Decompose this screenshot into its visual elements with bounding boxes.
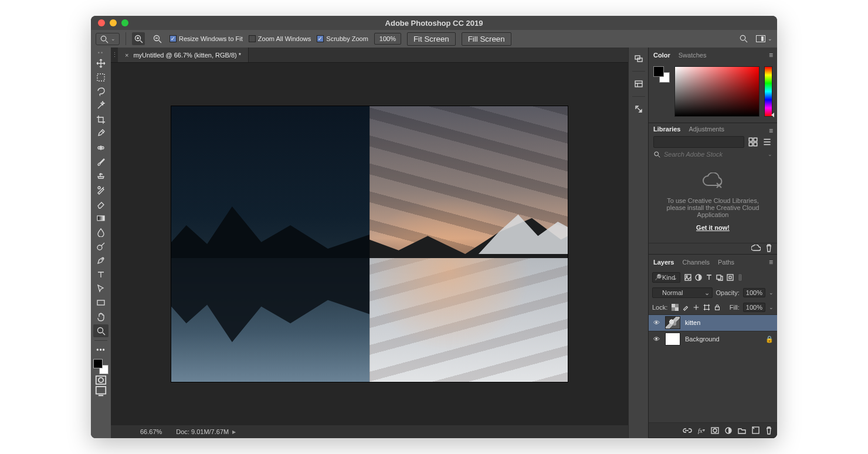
zoom-window-button[interactable]: [121, 19, 128, 26]
visibility-toggle-icon[interactable]: 👁: [652, 319, 660, 326]
tab-layers[interactable]: Layers: [653, 259, 674, 266]
panel-menu-icon[interactable]: ≡: [769, 127, 774, 135]
history-panel-icon[interactable]: [631, 51, 646, 66]
pen-tool[interactable]: [93, 254, 108, 267]
cloud-sync-icon[interactable]: [751, 245, 761, 253]
get-it-now-link[interactable]: Get it now!: [696, 224, 730, 231]
crop-tool[interactable]: [93, 113, 108, 126]
blur-tool[interactable]: [93, 226, 108, 239]
scrubby-zoom-checkbox[interactable]: ✓Scrubby Zoom: [317, 35, 368, 42]
zoom-all-windows-checkbox[interactable]: Zoom All Windows: [249, 35, 311, 42]
delete-layer-icon[interactable]: [765, 426, 772, 435]
minimize-window-button[interactable]: [110, 19, 117, 26]
chevron-down-icon[interactable]: ⌄: [768, 151, 772, 157]
hue-slider[interactable]: [764, 66, 772, 117]
layer-name[interactable]: kitten: [685, 319, 700, 326]
foreground-background-colors[interactable]: [93, 359, 108, 374]
type-tool[interactable]: [93, 268, 108, 281]
new-layer-icon[interactable]: [752, 426, 760, 434]
layer-row[interactable]: 👁 Background 🔒: [649, 331, 777, 347]
fill-screen-button[interactable]: Fill Screen: [462, 32, 511, 46]
filter-adjustment-icon[interactable]: [694, 273, 703, 282]
eraser-tool[interactable]: [93, 198, 108, 211]
character-panel-icon[interactable]: [631, 101, 646, 117]
color-field[interactable]: [674, 66, 760, 117]
tab-grip[interactable]: ⋮: [111, 48, 118, 62]
layer-thumbnail[interactable]: [665, 333, 680, 345]
properties-panel-icon[interactable]: [631, 76, 646, 92]
screen-mode-toggle[interactable]: [94, 386, 107, 395]
fit-screen-button[interactable]: Fit Screen: [407, 32, 456, 46]
tab-swatches[interactable]: Swatches: [679, 52, 707, 59]
canvas-viewport[interactable]: [111, 63, 628, 425]
lock-all-icon[interactable]: [713, 303, 721, 311]
lock-artboard-icon[interactable]: [703, 303, 711, 311]
layer-name[interactable]: Background: [685, 336, 720, 343]
library-search[interactable]: ⌄: [649, 148, 777, 161]
move-tool[interactable]: [93, 57, 108, 70]
brush-tool[interactable]: [93, 155, 108, 168]
visibility-toggle-icon[interactable]: 👁: [652, 336, 660, 343]
healing-brush-tool[interactable]: [93, 141, 108, 154]
trash-icon[interactable]: [765, 244, 772, 253]
tool-preset-picker[interactable]: ⌄: [96, 33, 120, 45]
status-zoom-field[interactable]: 66.67%: [140, 428, 162, 435]
group-icon[interactable]: [738, 427, 746, 434]
dodge-tool[interactable]: [93, 240, 108, 253]
close-window-button[interactable]: [98, 19, 105, 26]
eyedropper-tool[interactable]: [93, 127, 108, 140]
filter-shape-icon[interactable]: [716, 273, 724, 282]
grid-view-icon[interactable]: [748, 137, 758, 147]
filter-pixel-icon[interactable]: [684, 273, 692, 282]
edit-toolbar-button[interactable]: •••: [93, 344, 108, 357]
path-selection-tool[interactable]: [93, 282, 108, 295]
filter-toggle[interactable]: [738, 273, 742, 282]
link-layers-icon[interactable]: [683, 427, 692, 434]
panel-menu-icon[interactable]: ≡: [769, 258, 774, 266]
filter-type-icon[interactable]: [705, 273, 713, 282]
lock-image-icon[interactable]: [681, 303, 690, 311]
opacity-value[interactable]: 100%: [743, 288, 765, 297]
status-doc-info[interactable]: Doc: 9.01M/7.67M▶: [176, 428, 236, 435]
list-view-icon[interactable]: [762, 137, 772, 147]
magic-wand-tool[interactable]: [93, 99, 108, 112]
blend-mode-select[interactable]: Normal: [652, 287, 713, 298]
adjustment-layer-icon[interactable]: [725, 427, 732, 434]
layer-thumbnail[interactable]: [665, 316, 680, 329]
library-select[interactable]: [653, 136, 744, 148]
tab-libraries[interactable]: Libraries: [653, 126, 680, 133]
document-tab[interactable]: × myUntitled @ 66.7% (kitten, RGB/8) *: [118, 48, 249, 62]
layer-row[interactable]: 👁 kitten: [649, 314, 777, 331]
zoom-value-field[interactable]: 100%: [374, 33, 401, 45]
library-search-input[interactable]: [664, 151, 764, 158]
resize-windows-checkbox[interactable]: ✓Resize Windows to Fit: [169, 35, 243, 42]
layer-filter-kind[interactable]: Kind: [652, 272, 680, 283]
tab-adjustments[interactable]: Adjustments: [689, 126, 724, 133]
zoom-in-icon[interactable]: [132, 32, 145, 45]
clone-stamp-tool[interactable]: [93, 170, 108, 182]
layer-mask-icon[interactable]: [711, 427, 719, 434]
chevron-down-icon[interactable]: ⌄: [769, 304, 774, 310]
chevron-down-icon[interactable]: ⌄: [769, 290, 774, 296]
zoom-out-icon[interactable]: [151, 32, 164, 45]
workspace-switcher[interactable]: ⌄: [756, 35, 772, 42]
tab-channels[interactable]: Channels: [682, 259, 709, 266]
fill-value[interactable]: 100%: [743, 303, 765, 312]
gradient-tool[interactable]: [93, 212, 108, 225]
marquee-tool[interactable]: [93, 71, 108, 84]
color-fg-bg-swatch[interactable]: [653, 66, 670, 83]
tools-grip[interactable]: ••: [91, 50, 111, 56]
zoom-tool[interactable]: [93, 324, 108, 337]
filter-smart-icon[interactable]: [726, 273, 734, 282]
rectangle-tool[interactable]: [93, 296, 108, 309]
history-brush-tool[interactable]: [93, 184, 108, 196]
tab-color[interactable]: Color: [653, 52, 670, 59]
close-tab-icon[interactable]: ×: [125, 52, 128, 59]
panel-menu-icon[interactable]: ≡: [769, 51, 774, 59]
lock-transparent-icon[interactable]: [671, 303, 679, 311]
lasso-tool[interactable]: [93, 85, 108, 98]
layer-style-icon[interactable]: fx▾: [698, 427, 705, 434]
search-icon[interactable]: [739, 34, 748, 44]
tab-paths[interactable]: Paths: [718, 259, 734, 266]
hand-tool[interactable]: [93, 310, 108, 323]
